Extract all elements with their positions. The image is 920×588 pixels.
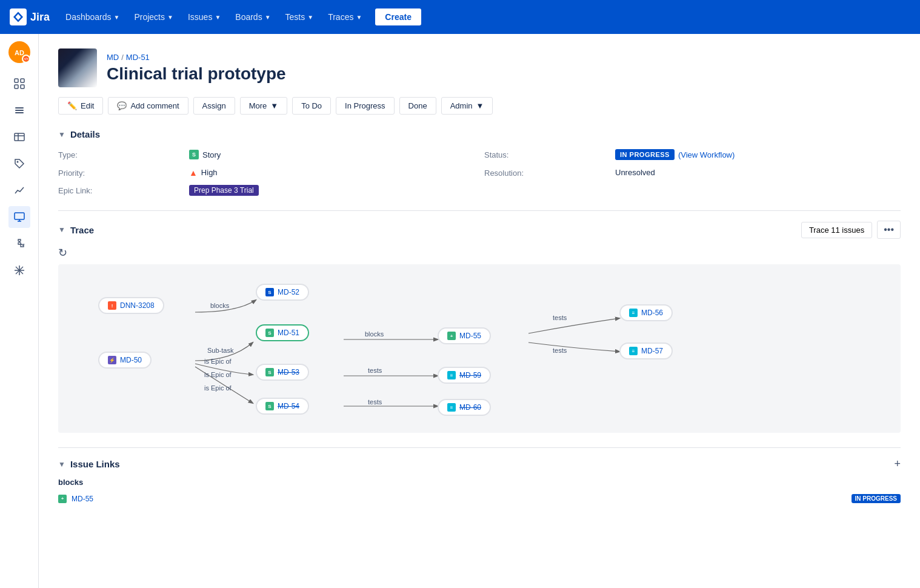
add-comment-button[interactable]: 💬 Add comment — [108, 97, 188, 115]
nav-tests[interactable]: Tests ▼ — [279, 8, 320, 25]
issue-links-subheader: blocks — [58, 478, 901, 487]
jira-logo[interactable]: Jira — [10, 8, 50, 25]
trace-more-button[interactable]: ••• — [877, 221, 901, 239]
done-button[interactable]: Done — [399, 97, 436, 115]
node-icon: S — [265, 329, 274, 337]
node-label: MD-54 — [278, 402, 299, 410]
assign-button[interactable]: Assign — [193, 97, 235, 115]
breadcrumb-project[interactable]: MD — [107, 53, 119, 62]
svg-text:</>: </> — [24, 57, 28, 61]
chevron-down-icon: ▼ — [307, 14, 313, 21]
node-label: DNN-3208 — [120, 301, 155, 310]
node-label: MD-55 — [459, 332, 481, 340]
node-md55[interactable]: + MD-55 — [438, 327, 491, 344]
svg-point-14 — [16, 161, 18, 163]
todo-button[interactable]: To Do — [292, 97, 331, 115]
node-label: MD-59 — [459, 371, 481, 379]
epic-link-label: Epic Link: — [58, 185, 179, 196]
grid-icon[interactable] — [8, 73, 30, 95]
chevron-down-icon: ▼ — [167, 14, 173, 21]
trace-issues-button[interactable]: Trace 11 issues — [801, 222, 872, 238]
epic-link-value: Prep Phase 3 Trial — [189, 185, 475, 196]
priority-value: ▲ High — [189, 167, 475, 178]
node-label: MD-56 — [641, 309, 663, 317]
node-icon: ≡ — [629, 347, 638, 355]
nav-projects[interactable]: Projects ▼ — [128, 8, 179, 25]
section-toggle-icon: ▼ — [58, 130, 65, 139]
chevron-down-icon: ▼ — [476, 101, 484, 110]
epic-badge[interactable]: Prep Phase 3 Trial — [189, 185, 259, 196]
inprogress-button[interactable]: In Progress — [336, 97, 394, 115]
priority-icon: ▲ — [189, 168, 198, 178]
node-md52[interactable]: S MD-52 — [256, 284, 309, 301]
svg-text:is Epic of: is Epic of — [204, 371, 232, 378]
node-icon: S — [265, 368, 274, 376]
node-md59[interactable]: ≡ MD-59 — [438, 367, 491, 384]
resolution-value: Unresolved — [615, 167, 901, 178]
node-md50[interactable]: ⚡ MD-50 — [98, 352, 152, 369]
node-icon: ≡ — [447, 403, 456, 412]
more-button[interactable]: More ▼ — [240, 97, 288, 115]
status-label: Status: — [484, 149, 605, 160]
breadcrumb-issue-id[interactable]: MD-51 — [126, 53, 150, 62]
link-item-icon: + — [58, 495, 67, 503]
chart-icon[interactable] — [8, 179, 30, 201]
avatar-badge: </> — [22, 55, 30, 63]
priority-label: Priority: — [58, 167, 179, 178]
action-bar: ✏️ Edit 💬 Add comment Assign More ▼ To D… — [58, 97, 901, 115]
issue-thumbnail — [58, 48, 97, 87]
list-icon[interactable] — [8, 99, 30, 121]
story-icon: S — [189, 150, 199, 159]
node-md54[interactable]: S MD-54 — [256, 398, 309, 415]
node-md60[interactable]: ≡ MD-60 — [438, 399, 491, 416]
user-avatar[interactable]: AD </> — [8, 41, 30, 63]
issue-header: MD / MD-51 Clinical trial prototype — [58, 48, 901, 87]
svg-text:blocks: blocks — [210, 302, 230, 309]
breadcrumb: MD / MD-51 — [107, 53, 286, 62]
puzzle-icon[interactable] — [8, 233, 30, 255]
sparkle-icon[interactable] — [8, 259, 30, 281]
node-icon: ⚡ — [108, 356, 116, 364]
type-label: Type: — [58, 149, 179, 160]
trace-header-right: Trace 11 issues ••• — [801, 221, 901, 239]
trace-diagram: blocks Sub-task is Epic of is Epic of is… — [58, 264, 901, 433]
edit-button[interactable]: ✏️ Edit — [58, 97, 103, 115]
svg-rect-5 — [21, 79, 24, 82]
issue-links-label: Issue Links — [70, 459, 120, 469]
svg-rect-8 — [15, 107, 24, 109]
nav-dashboards[interactable]: Dashboards ▼ — [59, 8, 125, 25]
node-md53[interactable]: S MD-53 — [256, 364, 309, 381]
nav-issues[interactable]: Issues ▼ — [182, 8, 227, 25]
chevron-down-icon: ▼ — [215, 14, 221, 21]
node-label: MD-51 — [278, 329, 299, 337]
issue-link-item[interactable]: + MD-55 IN PROGRESS — [58, 492, 901, 506]
node-dnn3208[interactable]: ! DNN-3208 — [98, 297, 164, 314]
create-button[interactable]: Create — [375, 8, 421, 25]
chevron-down-icon: ▼ — [114, 14, 120, 21]
svg-rect-15 — [15, 213, 24, 219]
add-issue-link-button[interactable]: + — [894, 458, 901, 470]
monitor-icon[interactable] — [8, 206, 30, 228]
details-section-label: Details — [70, 129, 100, 139]
view-workflow-link[interactable]: (View Workflow) — [678, 150, 735, 159]
chevron-down-icon: ▼ — [265, 14, 271, 21]
details-section-header[interactable]: ▼ Details — [58, 129, 901, 139]
svg-rect-11 — [15, 133, 24, 141]
svg-text:tests: tests — [368, 367, 382, 374]
node-md57[interactable]: ≡ MD-57 — [619, 342, 673, 359]
tag-icon[interactable] — [8, 153, 30, 175]
nav-boards[interactable]: Boards ▼ — [229, 8, 276, 25]
node-md51[interactable]: S MD-51 — [256, 324, 309, 341]
node-icon: S — [265, 288, 274, 296]
nav-traces[interactable]: Traces ▼ — [322, 8, 368, 25]
details-grid: Type: S Story Status: IN PROGRESS (View … — [58, 149, 901, 196]
node-md56[interactable]: ≡ MD-56 — [619, 304, 673, 321]
admin-button[interactable]: Admin ▼ — [441, 97, 493, 115]
svg-text:blocks: blocks — [365, 330, 384, 338]
table-icon[interactable] — [8, 126, 30, 148]
top-nav: Jira Dashboards ▼ Projects ▼ Issues ▼ Bo… — [0, 0, 920, 34]
trace-inner: blocks Sub-task is Epic of is Epic of is… — [68, 279, 765, 418]
svg-rect-4 — [15, 79, 18, 82]
trace-refresh-icon[interactable]: ↻ — [58, 246, 67, 259]
svg-text:tests: tests — [553, 314, 567, 321]
